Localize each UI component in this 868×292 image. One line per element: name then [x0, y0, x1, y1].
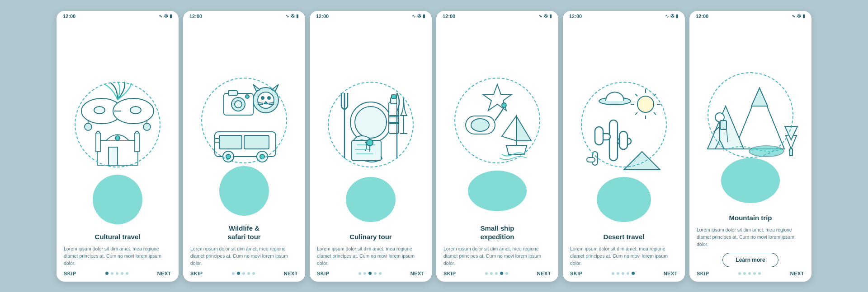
- status-bar-4: 12:00 ∿ ✇ ▮: [436, 11, 558, 21]
- dot-2-3: [242, 272, 245, 275]
- status-icons-5: ∿ ✇ ▮: [665, 14, 679, 19]
- signal-icon-4: ✇: [544, 14, 547, 19]
- dot-2-4: [247, 272, 250, 275]
- status-icons-1: ∿ ✇ ▮: [159, 14, 172, 19]
- dot-5-4: [627, 272, 629, 275]
- time-5: 12:00: [569, 14, 582, 19]
- svg-rect-83: [587, 158, 595, 162]
- dot-4-1: [485, 272, 488, 275]
- signal-icon-2: ✇: [291, 14, 294, 19]
- wifi-icon-2: ∿: [285, 14, 289, 19]
- next-4[interactable]: NEXT: [537, 271, 551, 276]
- dot-6-1: [738, 272, 741, 275]
- skip-5[interactable]: SKIP: [570, 271, 583, 276]
- title-cultural: Cultural travel: [64, 232, 171, 241]
- content-cultural: Cultural travel Lorem ipsum dolor sit di…: [57, 229, 179, 267]
- dot-3-5: [379, 272, 382, 275]
- dot-6-3: [748, 272, 751, 275]
- bottom-nav-2: SKIP NEXT: [183, 267, 305, 282]
- dot-1-4: [121, 272, 123, 275]
- dot-6-5: [758, 272, 761, 275]
- status-bar-5: 12:00 ∿ ✇ ▮: [563, 11, 685, 21]
- illustration-ship: [441, 21, 554, 220]
- body-mountain: Lorem ipsum dolor sit dim amet, mea regi…: [697, 226, 804, 248]
- skip-6[interactable]: SKIP: [697, 271, 709, 276]
- time-4: 12:00: [443, 14, 455, 19]
- battery-icon-5: ▮: [676, 14, 679, 19]
- skip-3[interactable]: SKIP: [317, 271, 330, 276]
- wifi-icon-4: ∿: [538, 14, 542, 19]
- screen-small-ship: 12:00 ∿ ✇ ▮: [436, 11, 558, 282]
- time-6: 12:00: [696, 14, 708, 19]
- content-safari: Wildlife & safari tour Lorem ipsum dolor…: [183, 220, 305, 267]
- title-ship: Small ship expedition: [443, 224, 551, 241]
- signal-icon-5: ✇: [670, 14, 674, 19]
- title-safari: Wildlife & safari tour: [190, 224, 298, 241]
- illustration-mountain: [694, 21, 807, 210]
- status-bar-1: 12:00 ∿ ✇ ▮: [57, 11, 179, 21]
- dot-5-1: [612, 272, 614, 275]
- dot-1-1: [105, 272, 108, 275]
- dot-3-3: [368, 272, 372, 275]
- screen-cultural-travel: 12:00 ∿ ✇ ▮: [57, 11, 179, 282]
- skip-1[interactable]: SKIP: [64, 271, 76, 276]
- dot-6-4: [753, 272, 756, 275]
- status-icons-3: ∿ ✇ ▮: [412, 14, 425, 19]
- battery-icon-3: ▮: [423, 14, 425, 19]
- skip-4[interactable]: SKIP: [443, 271, 456, 276]
- screen-culinary-tour: 12:00 ∿ ✇ ▮: [310, 11, 432, 282]
- dot-1-2: [111, 272, 113, 275]
- bottom-nav-4: SKIP NEXT: [436, 267, 558, 282]
- dot-3-1: [359, 272, 361, 275]
- status-icons-2: ∿ ✇ ▮: [285, 14, 299, 19]
- title-culinary: Culinary tour: [317, 232, 425, 241]
- dots-4: [485, 272, 508, 275]
- skip-2[interactable]: SKIP: [190, 271, 203, 276]
- dots-6: [738, 272, 761, 275]
- status-icons-4: ∿ ✇ ▮: [538, 14, 552, 19]
- wifi-icon-3: ∿: [412, 14, 415, 19]
- content-desert: Desert travel Lorem ipsum dolor sit dim …: [563, 229, 685, 267]
- next-1[interactable]: NEXT: [157, 271, 171, 276]
- dot-4-2: [490, 272, 493, 275]
- illustration-desert: [567, 21, 680, 229]
- dot-5-2: [617, 272, 619, 275]
- time-1: 12:00: [63, 14, 75, 19]
- dot-2-1: [232, 272, 235, 275]
- dot-2-5: [252, 272, 255, 275]
- battery-icon-6: ▮: [802, 14, 805, 19]
- learn-more-button[interactable]: Learn more: [722, 253, 778, 267]
- dots-3: [359, 272, 382, 275]
- body-desert: Lorem ipsum dolor sit dim amet, mea regi…: [570, 245, 678, 267]
- next-5[interactable]: NEXT: [664, 271, 678, 276]
- screen-desert-travel: 12:00 ∿ ✇ ▮: [563, 11, 685, 282]
- next-6[interactable]: NEXT: [790, 271, 804, 276]
- battery-icon-4: ▮: [549, 14, 552, 19]
- title-mountain: Mountain trip: [697, 213, 804, 222]
- bottom-nav-3: SKIP NEXT: [310, 267, 432, 282]
- screen-wildlife-safari: 12:00 ∿ ✇ ▮: [183, 11, 305, 282]
- svg-rect-91: [790, 149, 793, 156]
- body-cultural: Lorem ipsum dolor sit dim amet, mea regi…: [64, 245, 171, 267]
- wifi-icon-5: ∿: [665, 14, 669, 19]
- body-safari: Lorem ipsum dolor sit dim amet, mea regi…: [190, 245, 298, 267]
- content-mountain: Mountain trip Lorem ipsum dolor sit dim …: [689, 210, 811, 267]
- signal-icon-1: ✇: [164, 14, 168, 19]
- bottom-nav-6: SKIP NEXT: [689, 267, 811, 282]
- next-2[interactable]: NEXT: [284, 271, 298, 276]
- dot-3-4: [374, 272, 377, 275]
- bottom-nav-5: SKIP NEXT: [563, 267, 685, 282]
- dot-5-5: [632, 272, 635, 275]
- status-bar-2: 12:00 ∿ ✇ ▮: [183, 11, 305, 21]
- dot-1-3: [116, 272, 118, 275]
- next-3[interactable]: NEXT: [410, 271, 425, 276]
- dots-5: [612, 272, 635, 275]
- battery-icon-2: ▮: [296, 14, 299, 19]
- illustration-cultural: [61, 21, 174, 229]
- dot-5-3: [622, 272, 624, 275]
- illustration-safari: [188, 21, 301, 220]
- time-3: 12:00: [316, 14, 329, 19]
- dot-1-5: [126, 272, 128, 275]
- status-bar-6: 12:00 ∿ ✇ ▮: [689, 11, 811, 21]
- content-culinary: Culinary tour Lorem ipsum dolor sit dim …: [310, 229, 432, 267]
